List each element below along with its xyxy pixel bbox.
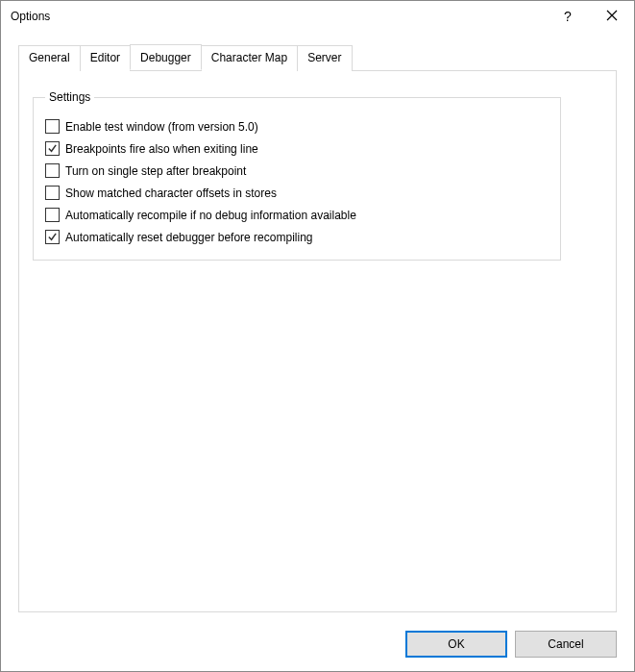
window-title: Options <box>11 10 546 23</box>
window-controls: ? <box>546 1 634 32</box>
checkbox-icon <box>45 186 60 200</box>
tab-debugger[interactable]: Debugger <box>130 44 202 70</box>
setting-label: Breakpoints fire also when exiting line <box>65 142 258 156</box>
tab-general-label: General <box>29 51 70 64</box>
tab-strip: General Editor Debugger Character Map Se… <box>18 45 617 71</box>
setting-breakpoints-fire-exiting[interactable]: Breakpoints fire also when exiting line <box>45 137 549 160</box>
settings-group: Settings Enable test window (from versio… <box>33 90 561 261</box>
setting-label: Automatically reset debugger before reco… <box>65 231 312 244</box>
checkbox-icon <box>45 163 60 178</box>
setting-auto-reset-before-recompile[interactable]: Automatically reset debugger before reco… <box>45 226 549 248</box>
setting-show-matched-offsets[interactable]: Show matched character offsets in stores <box>45 182 549 204</box>
tab-editor[interactable]: Editor <box>80 45 131 71</box>
close-button[interactable] <box>590 1 634 32</box>
tab-character-map[interactable]: Character Map <box>201 45 298 71</box>
tab-server[interactable]: Server <box>297 45 352 71</box>
ok-button[interactable]: OK <box>405 631 507 658</box>
tab-general[interactable]: General <box>18 45 81 71</box>
setting-label: Turn on single step after breakpoint <box>65 164 246 178</box>
tab-server-label: Server <box>307 51 341 64</box>
checkbox-icon <box>45 141 60 156</box>
setting-label: Enable test window (from version 5.0) <box>65 120 258 134</box>
checkbox-icon <box>45 208 60 222</box>
close-icon <box>606 9 618 24</box>
ok-button-label: OK <box>448 637 464 651</box>
tab-charmap-label: Character Map <box>211 51 287 64</box>
setting-label: Automatically recompile if no debug info… <box>65 209 356 222</box>
tab-area: General Editor Debugger Character Map Se… <box>1 32 634 612</box>
tab-debugger-label: Debugger <box>140 51 191 64</box>
dialog-buttons: OK Cancel <box>405 631 617 658</box>
setting-enable-test-window[interactable]: Enable test window (from version 5.0) <box>45 115 549 137</box>
tab-editor-label: Editor <box>90 51 120 64</box>
help-button[interactable]: ? <box>546 1 590 32</box>
tab-panel-debugger: Settings Enable test window (from versio… <box>18 70 617 612</box>
setting-auto-recompile[interactable]: Automatically recompile if no debug info… <box>45 204 549 226</box>
setting-single-step-after-breakpoint[interactable]: Turn on single step after breakpoint <box>45 160 549 182</box>
cancel-button-label: Cancel <box>548 637 583 651</box>
cancel-button[interactable]: Cancel <box>515 631 617 658</box>
setting-label: Show matched character offsets in stores <box>65 187 277 200</box>
checkbox-icon <box>45 119 60 134</box>
titlebar: Options ? <box>1 1 634 32</box>
checkbox-icon <box>45 230 60 244</box>
settings-legend: Settings <box>45 90 94 104</box>
help-icon: ? <box>564 9 572 24</box>
